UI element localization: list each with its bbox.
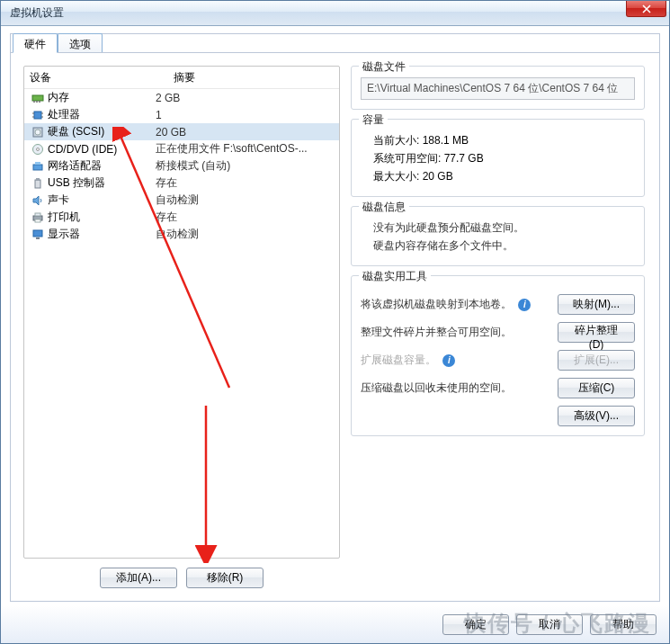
cancel-button[interactable]: 取消	[516, 614, 583, 635]
col-summary: 摘要	[174, 70, 334, 85]
add-button[interactable]: 添加(A)...	[100, 568, 177, 588]
device-name: 内存	[48, 90, 69, 105]
device-row[interactable]: 硬盘 (SCSI)20 GB	[24, 123, 339, 140]
device-row[interactable]: 处理器1	[24, 106, 339, 123]
col-device: 设备	[30, 70, 174, 85]
device-row[interactable]: 声卡自动检测	[24, 192, 339, 209]
device-summary: 2 GB	[156, 92, 334, 104]
disk-tools-group: 磁盘实用工具 将该虚拟机磁盘映射到本地卷。 i 映射(M)... 整理文件碎片并…	[351, 275, 645, 436]
tool-map-desc: 将该虚拟机磁盘映射到本地卷。 i	[361, 297, 558, 312]
list-rows: 内存2 GB处理器1硬盘 (SCSI)20 GBCD/DVD (IDE)正在使用…	[24, 89, 339, 558]
svg-rect-15	[35, 180, 40, 188]
advanced-row: 高级(V)...	[361, 406, 635, 426]
tab-body: 设备 摘要 内存2 GB处理器1硬盘 (SCSI)20 GBCD/DVD (ID…	[11, 52, 659, 601]
device-name: 显示器	[48, 227, 80, 242]
tool-map-row: 将该虚拟机磁盘映射到本地卷。 i 映射(M)...	[361, 294, 635, 315]
disk-info-title: 磁盘信息	[359, 200, 409, 215]
content-area: 硬件 选项 设备 摘要 内存2 GB处理器1硬盘 (SCSI)20 GBCD/D…	[10, 33, 660, 602]
help-button[interactable]: 帮助	[590, 614, 657, 635]
device-row[interactable]: 内存2 GB	[24, 89, 339, 106]
disk-tools-title: 磁盘实用工具	[359, 269, 431, 284]
disk-file-group: 磁盘文件 E:\Virtual Machines\CentOS 7 64 位\C…	[351, 66, 645, 110]
svg-point-12	[36, 148, 39, 150]
device-row[interactable]: 显示器自动检测	[24, 226, 339, 243]
remove-button[interactable]: 移除(R)	[186, 568, 264, 588]
capacity-group: 容量 当前大小: 188.1 MB 系统可用空间: 77.7 GB 最大大小: …	[351, 119, 645, 197]
device-name: 声卡	[48, 192, 69, 208]
device-summary: 自动检测	[156, 227, 334, 242]
list-buttons: 添加(A)... 移除(R)	[23, 559, 340, 588]
printer-icon	[30, 210, 45, 225]
device-summary: 自动检测	[156, 192, 334, 208]
capacity-current: 当前大小: 188.1 MB	[373, 133, 635, 148]
ok-button[interactable]: 确定	[442, 614, 509, 635]
tab-hardware[interactable]: 硬件	[13, 33, 58, 53]
titlebar[interactable]: 虚拟机设置	[1, 1, 669, 26]
disk-file-title: 磁盘文件	[359, 59, 409, 75]
network-icon	[30, 159, 45, 174]
svg-rect-18	[35, 213, 40, 216]
close-icon	[642, 4, 651, 13]
tool-defrag-row: 整理文件碎片并整合可用空间。 碎片整理(D)	[361, 322, 635, 343]
tab-strip: 硬件 选项	[13, 33, 103, 53]
disk-info-line1: 没有为此硬盘预分配磁盘空间。	[373, 220, 635, 236]
svg-rect-20	[33, 230, 42, 237]
tool-compact-desc: 压缩磁盘以回收未使用的空间。	[361, 380, 558, 396]
map-button[interactable]: 映射(M)...	[558, 294, 635, 315]
svg-rect-14	[35, 162, 40, 165]
svg-rect-21	[36, 237, 40, 239]
device-summary: 桥接模式 (自动)	[156, 158, 334, 174]
device-name: 网络适配器	[48, 158, 102, 174]
device-name: 打印机	[48, 210, 80, 225]
svg-rect-13	[33, 165, 42, 170]
device-row[interactable]: USB 控制器存在	[24, 174, 339, 192]
device-row[interactable]: 打印机存在	[24, 209, 339, 226]
device-summary: 存在	[156, 175, 334, 191]
svg-rect-3	[39, 101, 40, 103]
device-list[interactable]: 设备 摘要 内存2 GB处理器1硬盘 (SCSI)20 GBCD/DVD (ID…	[23, 66, 340, 559]
expand-button: 扩展(E)...	[558, 350, 635, 371]
svg-rect-0	[32, 95, 43, 101]
vm-settings-window: 虚拟机设置 硬件 选项 设备 摘要 内存2 GB处理器1硬盘 (SCSI)20 …	[0, 0, 670, 644]
capacity-title: 容量	[359, 112, 388, 128]
svg-point-10	[35, 130, 40, 135]
device-summary: 正在使用文件 F:\soft\CentOS-...	[156, 141, 334, 157]
disk-info-group: 磁盘信息 没有为此硬盘预分配磁盘空间。 硬盘内容存储在多个文件中。	[351, 206, 645, 266]
compact-button[interactable]: 压缩(C)	[558, 378, 635, 398]
device-name: CD/DVD (IDE)	[48, 143, 117, 156]
device-name: 处理器	[48, 107, 80, 122]
list-header: 设备 摘要	[24, 67, 339, 89]
dialog-footer: 确定 取消 帮助	[1, 605, 669, 643]
display-icon	[30, 228, 45, 242]
disk-file-path[interactable]: E:\Virtual Machines\CentOS 7 64 位\CentOS…	[361, 77, 635, 100]
device-summary: 存在	[156, 210, 334, 225]
tool-compact-row: 压缩磁盘以回收未使用的空间。 压缩(C)	[361, 378, 635, 398]
svg-rect-2	[36, 101, 38, 103]
cd-icon	[30, 142, 45, 157]
disk-info-line2: 硬盘内容存储在多个文件中。	[373, 238, 635, 254]
window-title: 虚拟机设置	[10, 5, 64, 21]
tool-expand-desc: 扩展磁盘容量。 i	[361, 353, 558, 368]
info-icon[interactable]: i	[442, 354, 455, 367]
cpu-icon	[30, 108, 45, 122]
device-row[interactable]: 网络适配器桥接模式 (自动)	[24, 157, 339, 174]
left-panel: 设备 摘要 内存2 GB处理器1硬盘 (SCSI)20 GBCD/DVD (ID…	[23, 66, 340, 588]
right-panel: 磁盘文件 E:\Virtual Machines\CentOS 7 64 位\C…	[351, 66, 647, 588]
capacity-max: 最大大小: 20 GB	[373, 169, 635, 184]
device-row[interactable]: CD/DVD (IDE)正在使用文件 F:\soft\CentOS-...	[24, 140, 339, 157]
device-summary: 1	[156, 109, 334, 121]
close-button[interactable]	[626, 1, 666, 17]
svg-rect-4	[34, 112, 41, 119]
device-summary: 20 GB	[156, 126, 334, 139]
disk-icon	[30, 125, 45, 139]
svg-rect-19	[35, 219, 40, 222]
sound-icon	[30, 193, 45, 208]
info-icon[interactable]: i	[518, 299, 531, 311]
tab-options[interactable]: 选项	[58, 33, 103, 53]
defrag-button[interactable]: 碎片整理(D)	[558, 322, 635, 343]
tool-expand-row: 扩展磁盘容量。 i 扩展(E)...	[361, 350, 635, 371]
svg-rect-1	[33, 101, 35, 103]
device-name: USB 控制器	[48, 175, 105, 191]
memory-icon	[30, 91, 45, 105]
advanced-button[interactable]: 高级(V)...	[558, 406, 635, 426]
